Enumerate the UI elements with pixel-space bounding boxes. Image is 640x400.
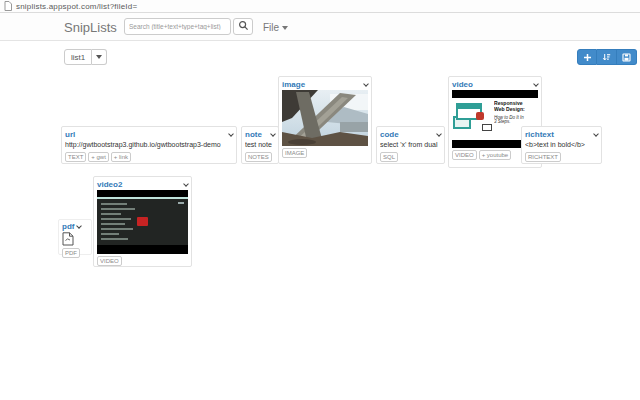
snippet-card-video2: video2 VIDEO xyxy=(93,176,192,267)
add-button[interactable] xyxy=(577,49,597,65)
page-favicon-icon xyxy=(4,1,12,11)
snippet-card-note: note test note NOTES xyxy=(241,126,279,164)
card-title-link[interactable]: image xyxy=(282,80,305,89)
save-button[interactable] xyxy=(617,49,637,65)
card-text: http://gwtbootstrap3.github.io/gwtbootst… xyxy=(65,140,233,150)
snippet-card-image: image IMAGE xyxy=(278,76,372,164)
toolbar-actions xyxy=(577,49,637,65)
tag-chip[interactable]: + link xyxy=(111,152,131,162)
thumbnail-subheading: How to Do It In 3 Steps. xyxy=(494,115,527,124)
thumbnail-heading: Responsive Web Design: xyxy=(494,101,531,112)
chevron-down-icon[interactable] xyxy=(533,81,539,87)
search-icon xyxy=(238,19,249,34)
card-title-link[interactable]: video xyxy=(452,80,473,89)
type-badge: IMAGE xyxy=(282,148,307,158)
chevron-down-icon[interactable] xyxy=(228,131,234,137)
tag-chip[interactable]: + youtube xyxy=(479,150,512,160)
file-menu-label: File xyxy=(263,22,279,33)
snippet-card-richtext: richtext <b>text in bold</b> RICHTEXT xyxy=(521,126,602,164)
card-title-link[interactable]: richtext xyxy=(525,130,554,139)
list-selector-button[interactable]: list1 xyxy=(64,49,92,65)
card-title-link[interactable]: url xyxy=(65,130,75,139)
chevron-down-icon[interactable] xyxy=(363,81,369,87)
snippet-card-url: url http://gwtbootstrap3.github.io/gwtbo… xyxy=(61,126,237,164)
search-input[interactable] xyxy=(124,18,231,35)
sort-button[interactable] xyxy=(597,49,617,65)
app-brand: SnipLists xyxy=(64,20,117,35)
thumbnail-screen xyxy=(97,199,188,245)
video-thumbnail[interactable] xyxy=(97,190,188,254)
type-badge: SQL xyxy=(380,152,398,162)
card-text: select 'x' from dual xyxy=(380,140,441,150)
card-title-link[interactable]: note xyxy=(245,130,262,139)
type-badge: VIDEO xyxy=(97,256,122,266)
floppy-save-icon xyxy=(622,53,631,62)
file-menu[interactable]: File xyxy=(263,22,288,33)
list-selector-caret-button[interactable] xyxy=(92,49,107,65)
url-text: sniplists.appspot.com/list?fileId= xyxy=(16,2,137,11)
chevron-down-icon[interactable] xyxy=(593,131,599,137)
browser-address-bar[interactable]: sniplists.appspot.com/list?fileId= xyxy=(0,0,640,13)
image-thumbnail[interactable] xyxy=(282,90,368,146)
type-badge: NOTES xyxy=(245,152,272,162)
list-selector: list1 xyxy=(64,49,107,65)
app-window: sniplists.appspot.com/list?fileId= SnipL… xyxy=(0,0,640,400)
chevron-down-icon[interactable] xyxy=(436,131,442,137)
type-badge: TEXT xyxy=(65,152,86,162)
type-badge: PDF xyxy=(62,248,80,258)
type-badge: VIDEO xyxy=(452,150,477,160)
chevron-down-icon xyxy=(96,55,102,59)
card-title-link[interactable]: pdf xyxy=(62,222,74,231)
plus-icon xyxy=(583,53,592,62)
type-badge: RICHTEXT xyxy=(525,152,561,162)
search-button[interactable] xyxy=(233,18,253,35)
tag-chip[interactable]: + gwt xyxy=(88,152,109,162)
navbar: SnipLists File xyxy=(0,13,640,41)
card-title-link[interactable]: code xyxy=(380,130,399,139)
card-text: test note xyxy=(245,140,275,150)
chevron-down-icon[interactable] xyxy=(183,181,189,187)
chevron-down-icon[interactable] xyxy=(270,131,276,137)
pdf-file-icon[interactable] xyxy=(62,232,74,246)
snippet-card-code: code select 'x' from dual SQL xyxy=(376,126,445,164)
snippet-card-pdf: pdf PDF xyxy=(58,219,92,255)
chevron-down-icon xyxy=(282,26,288,30)
card-title-link[interactable]: video2 xyxy=(97,180,122,189)
sort-icon xyxy=(602,53,611,62)
card-text: <b>text in bold</b> xyxy=(525,140,598,150)
thumbnail-illustration xyxy=(452,98,494,140)
chevron-down-icon[interactable] xyxy=(77,223,83,229)
